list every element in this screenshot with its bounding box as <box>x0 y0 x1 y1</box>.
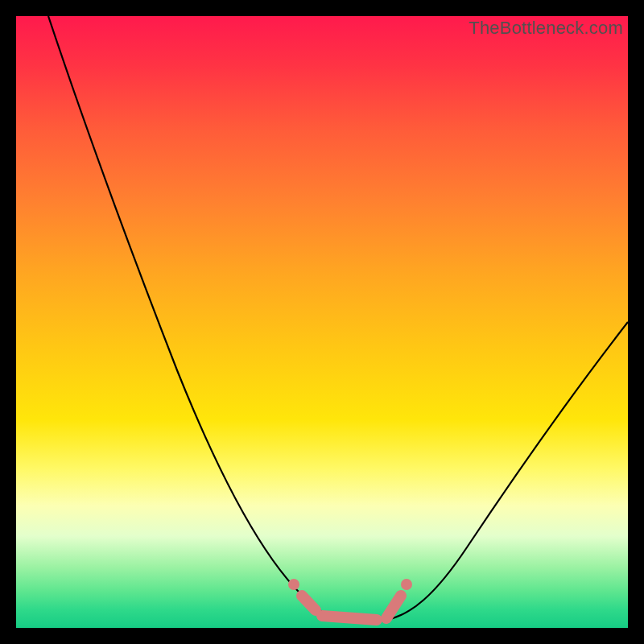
chart-plot-area: TheBottleneck.com <box>16 16 628 628</box>
svg-line-1 <box>322 616 377 620</box>
bottleneck-curve-path <box>48 16 628 621</box>
optimal-zone-dot-right <box>401 579 412 590</box>
optimal-zone-marker <box>302 596 401 620</box>
svg-line-0 <box>302 596 316 610</box>
optimal-zone-dot-left <box>288 579 299 590</box>
svg-line-2 <box>386 596 401 618</box>
bottleneck-curve-svg <box>16 16 628 628</box>
